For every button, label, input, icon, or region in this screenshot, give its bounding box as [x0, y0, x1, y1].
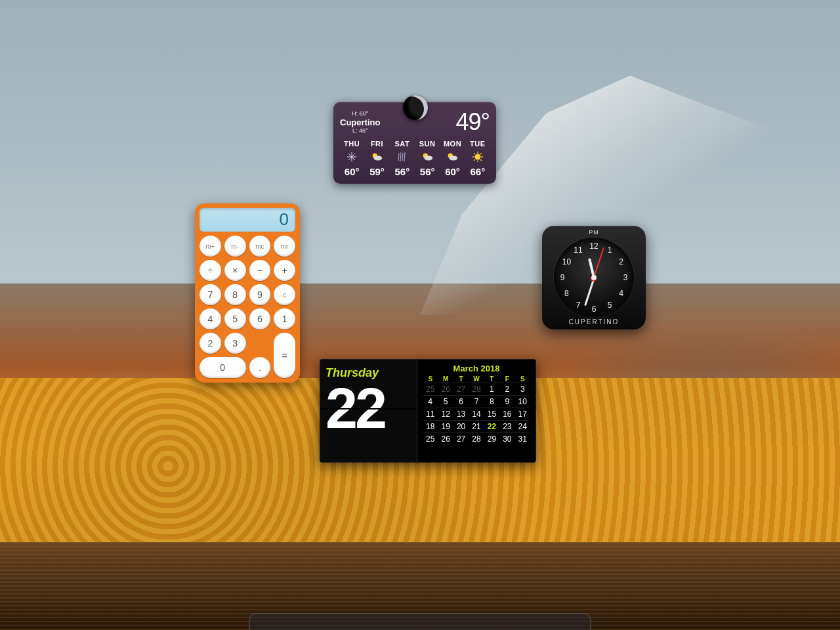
- calendar-widget[interactable]: Thursday 22 March 2018 SMTWTFS 252627281…: [320, 359, 536, 463]
- calc-key-mplus[interactable]: m+: [200, 236, 221, 257]
- calendar-week-row: 45678910: [423, 395, 530, 408]
- calendar-cell[interactable]: 24: [515, 420, 530, 432]
- clock-numeral: 7: [572, 301, 585, 310]
- calc-key-3[interactable]: 3: [224, 333, 246, 354]
- calendar-cell[interactable]: 17: [515, 408, 530, 420]
- calendar-cell[interactable]: 25: [423, 432, 438, 445]
- calendar-cell[interactable]: 6: [453, 395, 469, 408]
- calendar-cell[interactable]: 28: [469, 432, 484, 445]
- forecast-snow-icon: [340, 150, 364, 164]
- calc-key-5[interactable]: 5: [224, 308, 246, 329]
- calendar-cell-today[interactable]: 22: [484, 420, 499, 432]
- calendar-cell[interactable]: 12: [438, 408, 453, 420]
- calendar-cell[interactable]: 28: [469, 383, 484, 395]
- calc-key-2[interactable]: 2: [200, 333, 221, 354]
- forecast-day: MON60°: [440, 140, 464, 177]
- weather-location-block: H: 60° Cupertino L: 46°: [340, 110, 380, 135]
- calc-key-8[interactable]: 8: [224, 284, 246, 305]
- calc-key-9[interactable]: 9: [249, 284, 271, 305]
- clock-numeral: 3: [619, 273, 632, 282]
- calc-key-7[interactable]: 7: [200, 284, 221, 305]
- calendar-cell[interactable]: 15: [484, 408, 499, 420]
- calendar-cell[interactable]: 26: [438, 432, 453, 445]
- calc-key-clear[interactable]: c: [274, 284, 295, 305]
- forecast-day-name: FRI: [365, 140, 388, 148]
- calendar-cell[interactable]: 14: [469, 408, 484, 420]
- calc-key-6[interactable]: 6: [249, 308, 271, 329]
- calendar-week-row: 25262728123: [423, 383, 530, 395]
- calc-key-mminus[interactable]: m-: [224, 236, 246, 257]
- clock-numeral: 10: [560, 257, 573, 266]
- calendar-cell[interactable]: 29: [484, 432, 499, 445]
- calendar-cell[interactable]: 18: [423, 420, 438, 432]
- calendar-today-panel: Thursday 22: [320, 360, 417, 462]
- forecast-day-temp: 60°: [340, 166, 364, 177]
- calendar-week-row: 25262728293031: [423, 432, 530, 445]
- calc-key-operator[interactable]: ×: [224, 260, 246, 281]
- clock-widget[interactable]: PM 121234567891011 CUPERTINO: [542, 226, 646, 329]
- calendar-weekday: M: [438, 375, 453, 383]
- calendar-cell[interactable]: 16: [499, 408, 514, 420]
- calendar-cell[interactable]: 11: [423, 408, 438, 420]
- calendar-cell[interactable]: 2: [499, 383, 514, 395]
- calendar-week-row: 11121314151617: [423, 408, 530, 420]
- calc-key-mc[interactable]: mc: [249, 236, 271, 257]
- calendar-cell[interactable]: 4: [423, 395, 438, 408]
- calculator-keypad: m+m-mcmr÷×−+789c456=1230.: [200, 236, 295, 378]
- calendar-weekday: S: [515, 375, 530, 383]
- desktop-wallpaper: [0, 0, 840, 630]
- calc-key-operator[interactable]: +: [274, 260, 295, 281]
- svg-line-7: [400, 152, 401, 161]
- svg-line-8: [402, 153, 403, 161]
- calendar-cell[interactable]: 23: [499, 420, 514, 432]
- calc-key-1[interactable]: 1: [274, 308, 295, 329]
- calc-key-operator[interactable]: ÷: [200, 260, 221, 281]
- calendar-cell[interactable]: 5: [438, 395, 453, 408]
- calendar-cell[interactable]: 27: [453, 383, 469, 395]
- clock-numeral: 1: [603, 245, 616, 255]
- calendar-cell[interactable]: 26: [438, 383, 453, 395]
- calc-key-decimal[interactable]: .: [249, 357, 271, 378]
- forecast-sunny-icon: [466, 150, 490, 164]
- calendar-cell[interactable]: 30: [499, 432, 514, 445]
- forecast-partly-sunny-icon: [415, 150, 439, 164]
- forecast-day-temp: 60°: [440, 166, 464, 177]
- forecast-day: TUE66°: [466, 140, 490, 177]
- calendar-cell[interactable]: 27: [453, 432, 469, 445]
- dock[interactable]: [249, 613, 591, 630]
- calendar-grid: 2526272812345678910111213141516171819202…: [423, 383, 530, 445]
- calendar-cell[interactable]: 10: [515, 395, 530, 408]
- clock-city: CUPERTINO: [542, 318, 646, 326]
- forecast-partly-sunny-icon: [365, 150, 388, 164]
- calendar-cell[interactable]: 9: [499, 395, 514, 408]
- calendar-weekday: T: [484, 375, 499, 383]
- calendar-cell[interactable]: 3: [515, 383, 530, 395]
- calendar-cell[interactable]: 31: [515, 432, 530, 445]
- forecast-rain-icon: [390, 150, 414, 164]
- clock-center-pin: [591, 275, 597, 280]
- calendar-cell[interactable]: 20: [453, 420, 469, 432]
- forecast-day: THU60°: [340, 140, 364, 177]
- calculator-widget[interactable]: 0 m+m-mcmr÷×−+789c456=1230.: [195, 203, 300, 383]
- forecast-day-name: SAT: [390, 140, 414, 148]
- calendar-cell[interactable]: 7: [469, 395, 484, 408]
- forecast-day-temp: 59°: [365, 166, 388, 177]
- calendar-weekday-header: SMTWTFS: [423, 375, 530, 383]
- calendar-cell[interactable]: 25: [423, 383, 438, 395]
- calc-key-0[interactable]: 0: [200, 357, 246, 378]
- calc-key-4[interactable]: 4: [200, 308, 221, 329]
- clock-numeral: 2: [615, 257, 628, 266]
- calendar-weekday: F: [499, 375, 514, 383]
- calendar-cell[interactable]: 19: [438, 420, 453, 432]
- weather-widget[interactable]: H: 60° Cupertino L: 46° 49° THU60°FRI59°…: [333, 102, 496, 184]
- forecast-day-name: THU: [340, 140, 364, 148]
- calendar-cell[interactable]: 21: [469, 420, 484, 432]
- calc-key-operator[interactable]: −: [249, 260, 271, 281]
- calendar-cell[interactable]: 8: [484, 395, 499, 408]
- calendar-month-label: March 2018: [423, 364, 530, 373]
- calc-key-mr[interactable]: mr: [274, 236, 295, 257]
- calendar-cell[interactable]: 13: [453, 408, 469, 420]
- calendar-cell[interactable]: 1: [484, 383, 499, 395]
- calc-key-equals[interactable]: =: [274, 333, 295, 378]
- svg-point-5: [374, 156, 383, 160]
